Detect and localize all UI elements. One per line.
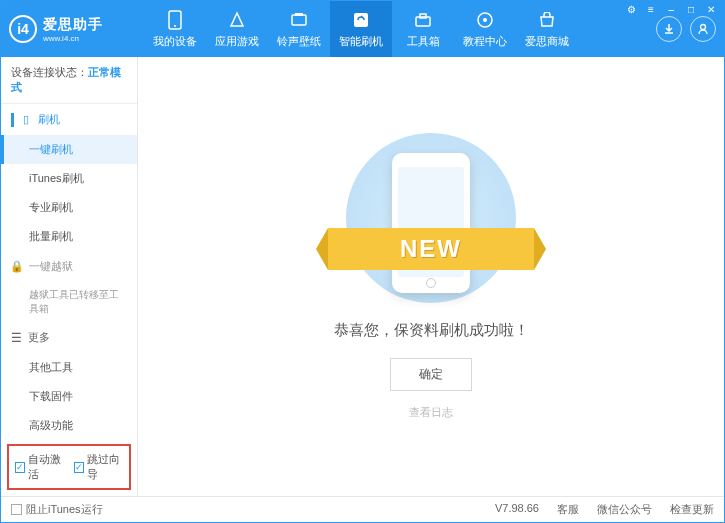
header: i4 爱思助手 www.i4.cn 我的设备 应用游戏 铃声壁纸 智能刷机 工具… <box>1 1 724 57</box>
svg-rect-4 <box>354 13 368 27</box>
sidebar-item-oneclick-flash[interactable]: 一键刷机 <box>1 135 137 164</box>
section-jailbreak: 🔒 一键越狱 <box>1 251 137 282</box>
logo-title: 爱思助手 <box>43 16 103 34</box>
svg-point-1 <box>174 25 176 27</box>
menu-icon[interactable]: ≡ <box>644 3 658 15</box>
sidebar-item-download-firmware[interactable]: 下载固件 <box>1 382 137 411</box>
section-flash[interactable]: ▯ 刷机 <box>1 104 137 135</box>
user-icon[interactable] <box>690 16 716 42</box>
media-icon <box>289 10 309 30</box>
nav-apps-games[interactable]: 应用游戏 <box>206 1 268 57</box>
apps-icon <box>227 10 247 30</box>
nav-label: 应用游戏 <box>215 34 259 49</box>
sidebar-item-other-tools[interactable]: 其他工具 <box>1 353 137 382</box>
flash-icon <box>351 10 371 30</box>
sidebar-item-advanced[interactable]: 高级功能 <box>1 411 137 440</box>
store-icon <box>537 10 557 30</box>
nav-label: 铃声壁纸 <box>277 34 321 49</box>
check-update-link[interactable]: 检查更新 <box>670 502 714 517</box>
phone-icon <box>165 10 185 30</box>
nav-my-device[interactable]: 我的设备 <box>144 1 206 57</box>
checkbox-block-itunes[interactable]: 阻止iTunes运行 <box>11 502 103 517</box>
logo-subtitle: www.i4.cn <box>43 34 103 43</box>
close-icon[interactable]: ✕ <box>704 3 718 15</box>
section-title: 一键越狱 <box>29 259 73 274</box>
nav-store[interactable]: 爱思商城 <box>516 1 578 57</box>
nav-toolbox[interactable]: 工具箱 <box>392 1 454 57</box>
nav-label: 智能刷机 <box>339 34 383 49</box>
svg-rect-6 <box>420 14 426 18</box>
chk-label: 跳过向导 <box>87 452 123 482</box>
svg-rect-3 <box>295 13 303 16</box>
conn-label: 设备连接状态： <box>11 66 88 78</box>
chk-label: 阻止iTunes运行 <box>26 502 103 517</box>
nav-ringtone-wallpaper[interactable]: 铃声壁纸 <box>268 1 330 57</box>
success-message: 恭喜您，保资料刷机成功啦！ <box>334 321 529 340</box>
checkbox-skip-guide[interactable]: ✓跳过向导 <box>74 452 123 482</box>
phone-small-icon: ▯ <box>20 114 32 126</box>
sidebar-item-pro-flash[interactable]: 专业刷机 <box>1 193 137 222</box>
options-highlight-box: ✓自动激活 ✓跳过向导 <box>7 444 131 490</box>
nav-label: 教程中心 <box>463 34 507 49</box>
logo: i4 爱思助手 www.i4.cn <box>9 15 144 43</box>
svg-rect-2 <box>292 15 306 25</box>
footer: 阻止iTunes运行 V7.98.66 客服 微信公众号 检查更新 <box>1 496 724 522</box>
nav-label: 爱思商城 <box>525 34 569 49</box>
customer-service-link[interactable]: 客服 <box>557 502 579 517</box>
minimize-icon[interactable]: ‒ <box>664 3 678 15</box>
checkmark-icon: ✓ <box>74 462 84 473</box>
version-label: V7.98.66 <box>495 502 539 517</box>
success-illustration: NEW <box>346 133 516 303</box>
sidebar: 设备连接状态：正常模式 ▯ 刷机 一键刷机 iTunes刷机 专业刷机 批量刷机… <box>1 57 138 496</box>
section-title: 更多 <box>28 330 50 345</box>
nav-tutorial[interactable]: 教程中心 <box>454 1 516 57</box>
top-nav: 我的设备 应用游戏 铃声壁纸 智能刷机 工具箱 教程中心 爱思商城 <box>144 1 656 57</box>
svg-point-8 <box>483 18 487 22</box>
download-icon[interactable] <box>656 16 682 42</box>
logo-mark: i4 <box>9 15 37 43</box>
sidebar-item-batch-flash[interactable]: 批量刷机 <box>1 222 137 251</box>
toolbox-icon <box>413 10 433 30</box>
maximize-icon[interactable]: □ <box>684 3 698 15</box>
checkbox-icon <box>11 504 22 515</box>
jailbreak-note: 越狱工具已转移至工具箱 <box>1 282 137 322</box>
more-icon: ☰ <box>11 331 22 345</box>
nav-smart-flash[interactable]: 智能刷机 <box>330 1 392 57</box>
checkbox-auto-activate[interactable]: ✓自动激活 <box>15 452 64 482</box>
book-icon <box>475 10 495 30</box>
wechat-link[interactable]: 微信公众号 <box>597 502 652 517</box>
banner-text: NEW <box>400 235 462 263</box>
main-content: NEW 恭喜您，保资料刷机成功啦！ 确定 查看日志 <box>138 57 724 496</box>
nav-label: 工具箱 <box>407 34 440 49</box>
svg-point-9 <box>701 25 706 30</box>
lock-icon: 🔒 <box>11 261 23 273</box>
chk-label: 自动激活 <box>28 452 64 482</box>
connection-status: 设备连接状态：正常模式 <box>1 57 137 104</box>
view-log-link[interactable]: 查看日志 <box>409 405 453 420</box>
section-title: 刷机 <box>38 112 60 127</box>
section-more[interactable]: ☰ 更多 <box>1 322 137 353</box>
checkmark-icon: ✓ <box>15 462 25 473</box>
nav-label: 我的设备 <box>153 34 197 49</box>
sidebar-item-itunes-flash[interactable]: iTunes刷机 <box>1 164 137 193</box>
ok-button[interactable]: 确定 <box>390 358 472 391</box>
settings-icon[interactable]: ⚙ <box>624 3 638 15</box>
